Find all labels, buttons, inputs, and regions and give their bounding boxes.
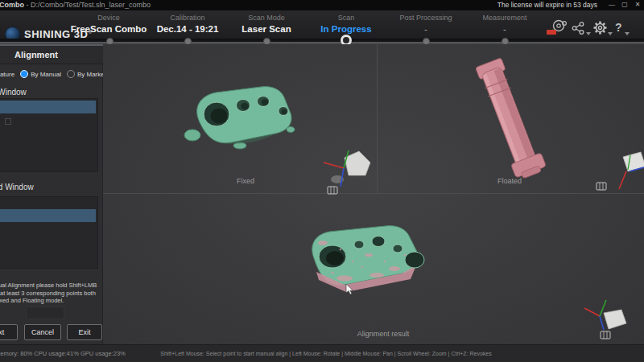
aligned-result-model[interactable] bbox=[312, 226, 424, 292]
item-icon bbox=[5, 118, 11, 125]
project-path: - D:/Combo/Test/Test.sln_laser_combo bbox=[24, 1, 151, 9]
fixed-window-label: Fixed Window bbox=[0, 88, 27, 97]
fixed-locate-icon[interactable] bbox=[328, 187, 337, 194]
radio-by-feature[interactable]: By Feature bbox=[0, 70, 14, 78]
alignment-instructions: For Manual Alignment please hold Shift+L… bbox=[0, 282, 98, 305]
exit-button[interactable]: Exit bbox=[67, 324, 102, 340]
app-name: FreeScan Combo bbox=[0, 1, 24, 9]
help-dropdown-caret[interactable] bbox=[625, 32, 630, 35]
floated-viewport-label: Floated bbox=[461, 177, 558, 185]
fixed-list-item[interactable] bbox=[0, 116, 96, 126]
title-bar: FreeScan Combo - D:/Combo/Test/Test.sln_… bbox=[0, 0, 644, 10]
window-title: FreeScan Combo - D:/Combo/Test/Test.sln_… bbox=[0, 0, 151, 10]
fixed-viewport-label: Fixed bbox=[197, 177, 294, 185]
result-locate-icon[interactable] bbox=[601, 331, 610, 339]
status-bar: Memory: 80% CPU usage:41% GPU usage:23% … bbox=[0, 344, 644, 362]
cancel-button[interactable]: Cancel bbox=[24, 324, 61, 340]
device-alert-badge bbox=[547, 30, 556, 35]
radio-dot-markers bbox=[67, 70, 75, 78]
settings-gear-icon[interactable] bbox=[593, 21, 607, 38]
system-usage: Memory: 80% CPU usage:41% GPU usage:23% bbox=[0, 345, 126, 362]
fixed-window-list[interactable] bbox=[0, 98, 98, 172]
settings-dropdown-caret[interactable] bbox=[608, 32, 613, 35]
disabled-action-placeholder bbox=[26, 306, 64, 319]
floated-window-list[interactable] bbox=[0, 196, 98, 269]
align-mode-radio-group: By Feature By Manual By Markers bbox=[0, 70, 101, 78]
share-icon[interactable] bbox=[572, 22, 584, 38]
license-notice: The license will expire in 53 days bbox=[497, 0, 597, 10]
floated-axis-gizmo bbox=[619, 152, 644, 189]
step-measurement[interactable]: Measurement - bbox=[456, 14, 553, 34]
floated-locate-icon[interactable] bbox=[597, 183, 606, 190]
viewport-area[interactable]: Fixed Floated Alignment result bbox=[103, 44, 644, 344]
floated-list-item-selected[interactable] bbox=[0, 209, 96, 222]
radio-dot-manual-selected bbox=[20, 70, 28, 78]
fixed-list-item-selected[interactable] bbox=[0, 101, 96, 113]
close-button[interactable]: ✕ bbox=[632, 0, 643, 10]
help-icon[interactable]: ? bbox=[615, 21, 622, 34]
fixed-model[interactable] bbox=[184, 87, 295, 149]
floated-window-label: Floated Window bbox=[0, 183, 34, 191]
share-dropdown-caret[interactable] bbox=[586, 32, 591, 35]
next-button[interactable]: Next bbox=[0, 324, 18, 340]
radio-by-manual[interactable]: By Manual bbox=[20, 70, 61, 78]
alignment-panel: Alignment By Feature By Manual By Marker… bbox=[0, 44, 103, 344]
floated-model[interactable] bbox=[474, 56, 547, 180]
app-window: FreeScan Combo - D:/Combo/Test/Test.sln_… bbox=[0, 0, 644, 362]
maximize-button[interactable]: ▢ bbox=[619, 0, 630, 10]
alignment-panel-title: Alignment bbox=[0, 46, 103, 64]
minimize-button[interactable]: — bbox=[606, 0, 617, 10]
radio-by-markers[interactable]: By Markers bbox=[67, 70, 103, 78]
3d-scene bbox=[103, 44, 644, 344]
result-axis-gizmo bbox=[584, 300, 626, 330]
result-viewport-label: Alignment result bbox=[335, 330, 431, 338]
fixed-axis-gizmo bbox=[324, 150, 370, 187]
mouse-hint: Shift+Left Mouse: Select point to start … bbox=[153, 345, 499, 362]
